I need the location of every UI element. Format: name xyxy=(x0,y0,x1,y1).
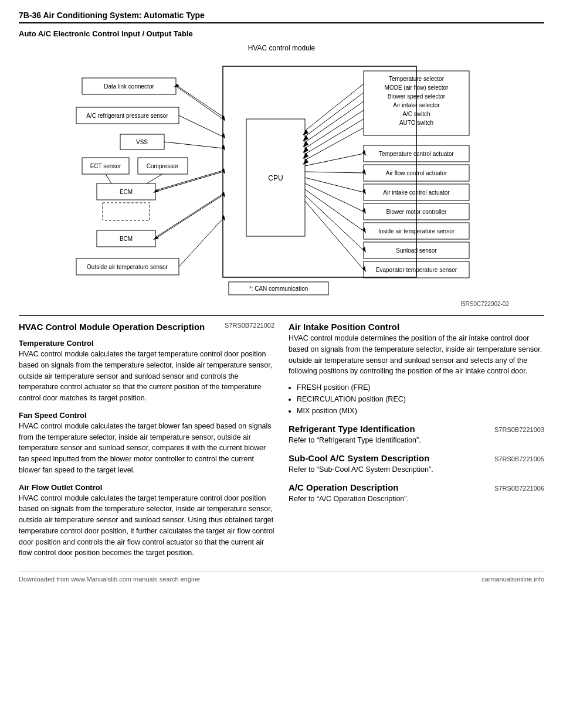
air-intake-heading: Air Intake Position Control xyxy=(289,322,544,332)
svg-marker-37 xyxy=(362,150,366,156)
subcool-code: S7RS0B7221005 xyxy=(494,455,544,462)
svg-line-52 xyxy=(176,86,223,119)
temp-control-block: Temperature Control HVAC control module … xyxy=(19,339,274,404)
svg-text:A/C refrigerant pressure senso: A/C refrigerant pressure sensor xyxy=(86,113,168,119)
svg-marker-63 xyxy=(222,145,225,151)
svg-line-79 xyxy=(155,195,223,239)
svg-text:VSS: VSS xyxy=(136,139,148,145)
air-intake-bullets: FRESH position (FRE) RECIRCULATION posit… xyxy=(297,382,544,417)
svg-line-72 xyxy=(147,174,162,183)
main-heading-block: HVAC Control Module Operation Descriptio… xyxy=(19,322,274,332)
svg-text:Compressor: Compressor xyxy=(147,163,179,169)
air-flow-block: Air Flow Outlet Control HVAC control mod… xyxy=(19,483,274,559)
air-intake-text: HVAC control module determines the posit… xyxy=(289,333,544,377)
svg-text:A/C switch: A/C switch xyxy=(402,111,430,117)
fan-speed-heading: Fan Speed Control xyxy=(19,411,274,420)
svg-text:BCM: BCM xyxy=(120,236,133,242)
svg-text:AUTO switch: AUTO switch xyxy=(399,120,433,126)
svg-text:Inside air temperature sensor: Inside air temperature sensor xyxy=(378,228,455,234)
svg-line-44 xyxy=(305,189,364,231)
svg-line-42 xyxy=(305,183,364,212)
svg-text:CPU: CPU xyxy=(268,174,283,182)
subcool-heading: Sub-Cool A/C System Description xyxy=(289,453,429,463)
svg-rect-70 xyxy=(103,203,150,220)
svg-line-12 xyxy=(305,93,364,137)
svg-line-48 xyxy=(305,201,364,270)
air-flow-text: HVAC control module calculates the targe… xyxy=(19,493,274,559)
svg-text:Outside air temperature sensor: Outside air temperature sensor xyxy=(87,264,168,270)
svg-text:MODE (air flow) selector: MODE (air flow) selector xyxy=(385,84,449,91)
hvac-operation-code: S7RS0B7221002 xyxy=(225,322,274,329)
hvac-operation-heading: HVAC Control Module Operation Descriptio… xyxy=(19,322,205,332)
svg-line-58 xyxy=(179,115,223,137)
subcool-block: Sub-Cool A/C System Description S7RS0B72… xyxy=(289,453,544,475)
air-intake-block: Air Intake Position Control HVAC control… xyxy=(289,322,544,417)
refrigerant-heading: Refrigerant Type Identification xyxy=(289,424,415,434)
footer-left: Downloaded from www.Manualslib.com manua… xyxy=(19,576,200,583)
svg-line-75 xyxy=(155,171,223,190)
svg-text:*:   CAN communication: *: CAN communication xyxy=(249,285,308,292)
svg-line-73 xyxy=(155,172,223,192)
svg-marker-39 xyxy=(362,169,366,175)
svg-text:Data link connector: Data link connector xyxy=(104,83,154,90)
svg-marker-74 xyxy=(222,168,225,174)
bullet-mix: MIX position (MIX) xyxy=(297,405,544,417)
diagram-credit: I5RS0C722002-02 xyxy=(19,301,509,307)
svg-line-85 xyxy=(179,219,223,267)
svg-text:ECT sensor: ECT sensor xyxy=(90,163,121,169)
section-title: Auto A/C Electronic Control Input / Outp… xyxy=(19,29,544,38)
svg-text:Air flow control actuator: Air flow control actuator xyxy=(386,170,447,176)
svg-text:Air intake control actuator: Air intake control actuator xyxy=(383,189,450,196)
footer: Downloaded from www.Manualslib.com manua… xyxy=(19,571,544,583)
ac-operation-text: Refer to “A/C Operation Description”. xyxy=(289,494,544,505)
temp-control-heading: Temperature Control xyxy=(19,339,274,348)
svg-text:Temperature selector: Temperature selector xyxy=(389,76,445,82)
page-title: 7B-36 Air Conditioning System: Automatic… xyxy=(19,11,205,20)
svg-text:Evaporator temperature sensor: Evaporator temperature sensor xyxy=(376,267,457,273)
ac-operation-block: A/C Operation Description S7RS0B7221006 … xyxy=(289,482,544,505)
svg-line-81 xyxy=(155,194,223,237)
svg-line-54 xyxy=(176,85,223,117)
bullet-recirculation: RECIRCULATION position (REC) xyxy=(297,393,544,405)
refrigerant-block: Refrigerant Type Identification S7RS0B72… xyxy=(289,424,544,446)
svg-text:Air intake selector: Air intake selector xyxy=(393,102,440,108)
svg-line-16 xyxy=(305,110,364,148)
svg-marker-86 xyxy=(222,215,225,221)
svg-text:Blower speed selector: Blower speed selector xyxy=(388,93,446,100)
two-column-section: HVAC Control Module Operation Descriptio… xyxy=(19,315,544,566)
ac-operation-heading: A/C Operation Description xyxy=(289,482,399,492)
svg-line-62 xyxy=(164,142,223,148)
hvac-label: HVAC control module xyxy=(19,44,544,52)
footer-right: carmanualsonline.info xyxy=(481,576,544,583)
svg-text:Temperature control actuator: Temperature control actuator xyxy=(379,151,455,157)
bullet-fresh: FRESH position (FRE) xyxy=(297,382,544,393)
temp-control-text: HVAC control module calculates the targe… xyxy=(19,349,274,404)
svg-marker-41 xyxy=(362,189,366,195)
left-column: HVAC Control Module Operation Descriptio… xyxy=(19,322,274,566)
refrigerant-code: S7RS0B7221003 xyxy=(494,426,544,433)
page-header: 7B-36 Air Conditioning System: Automatic… xyxy=(19,11,544,23)
svg-line-40 xyxy=(305,178,364,192)
subcool-text: Refer to “Sub-Cool A/C System Descriptio… xyxy=(289,464,544,475)
svg-text:Blower motor controller: Blower motor controller xyxy=(386,209,447,215)
right-column: Air Intake Position Control HVAC control… xyxy=(289,322,544,566)
circuit-diagram: CPU Temperature selector MODE (air flow)… xyxy=(65,55,498,301)
air-flow-heading: Air Flow Outlet Control xyxy=(19,483,274,492)
ac-operation-code: S7RS0B7221006 xyxy=(494,485,544,492)
svg-line-71 xyxy=(106,174,111,183)
svg-text:ECM: ECM xyxy=(120,189,133,195)
svg-line-46 xyxy=(305,195,364,250)
svg-line-38 xyxy=(305,172,364,173)
refrigerant-text: Refer to “Refrigerant Type Identificatio… xyxy=(289,435,544,446)
diagram-container: HVAC control module CPU Temperature sele… xyxy=(19,44,544,307)
fan-speed-text: HVAC control module calculates the targe… xyxy=(19,421,274,476)
svg-text:Sunload sensor: Sunload sensor xyxy=(396,247,437,254)
fan-speed-block: Fan Speed Control HVAC control module ca… xyxy=(19,411,274,476)
